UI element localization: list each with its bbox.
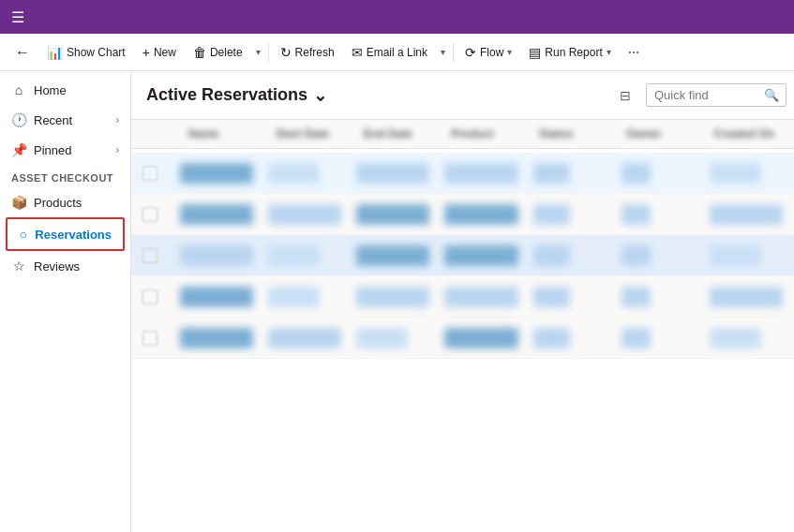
show-chart-button[interactable]: 📊 Show Chart bbox=[39, 41, 133, 64]
td-owner bbox=[614, 280, 702, 313]
td-name bbox=[172, 321, 261, 354]
td-cb bbox=[135, 198, 172, 230]
sidebar-item-home-label: Home bbox=[34, 83, 67, 97]
flow-label: Flow bbox=[480, 46, 503, 59]
td-product bbox=[437, 156, 525, 189]
new-icon: + bbox=[142, 45, 150, 60]
td-name bbox=[172, 239, 261, 272]
table-row[interactable] bbox=[131, 276, 794, 318]
email-chevron-icon: ▾ bbox=[441, 47, 445, 57]
main-layout: ⌂ Home 🕐 Recent › 📌 Pinned › Asset Check… bbox=[0, 71, 794, 532]
more-commands-button[interactable]: ⋯ bbox=[621, 42, 647, 63]
col-header-product: Product bbox=[440, 120, 527, 148]
back-button[interactable]: ← bbox=[7, 40, 37, 65]
search-button[interactable]: 🔍 bbox=[764, 88, 779, 102]
td-cb bbox=[135, 239, 172, 272]
table-row[interactable] bbox=[131, 194, 794, 235]
reservations-icon: ○ bbox=[19, 227, 27, 242]
view-header: Active Reservations ⌄ ⊟ 🔍 bbox=[131, 71, 794, 120]
email-link-button[interactable]: ✉ Email a Link bbox=[344, 41, 435, 64]
view-title-chevron-icon[interactable]: ⌄ bbox=[313, 85, 327, 106]
sidebar-item-reservations-label: Reservations bbox=[35, 228, 112, 242]
td-product bbox=[437, 198, 525, 230]
new-button[interactable]: + New bbox=[135, 41, 184, 64]
col-header-end: End Date bbox=[352, 120, 440, 148]
td-end bbox=[349, 280, 437, 313]
td-created bbox=[702, 156, 790, 189]
separator-1 bbox=[268, 43, 269, 62]
pinned-chevron-icon: › bbox=[116, 145, 119, 155]
td-start bbox=[261, 239, 349, 272]
new-label: New bbox=[154, 46, 176, 59]
col-header-status: Status bbox=[528, 120, 615, 148]
td-name bbox=[172, 198, 261, 230]
show-chart-icon: 📊 bbox=[47, 45, 63, 60]
td-start bbox=[261, 156, 349, 189]
flow-chevron-icon: ▾ bbox=[507, 47, 512, 57]
td-product bbox=[437, 280, 525, 313]
recent-icon: 🕐 bbox=[11, 112, 26, 127]
refresh-icon: ↻ bbox=[280, 45, 292, 60]
flow-button[interactable]: ⟳ Flow ▾ bbox=[457, 41, 519, 64]
filter-button[interactable]: ⊟ bbox=[612, 84, 638, 107]
grid-area: Name Start Date End Date Product Status … bbox=[131, 120, 794, 532]
col-header-start: Start Date bbox=[264, 120, 352, 148]
table-row[interactable] bbox=[131, 153, 794, 194]
td-owner bbox=[614, 239, 702, 272]
td-status bbox=[526, 280, 614, 313]
td-start bbox=[261, 280, 349, 313]
delete-chevron-button[interactable]: ▾ bbox=[252, 43, 264, 61]
td-created bbox=[702, 321, 790, 354]
td-start bbox=[261, 198, 349, 230]
run-report-button[interactable]: ▤ Run Report ▾ bbox=[521, 41, 618, 64]
reservations-highlight: ○ Reservations bbox=[6, 217, 125, 251]
table-header-row: Name Start Date End Date Product Status … bbox=[131, 120, 794, 149]
td-status bbox=[526, 156, 614, 189]
col-header-owner: Owner bbox=[615, 120, 702, 148]
col-header-created: Created On bbox=[703, 120, 790, 148]
run-report-icon: ▤ bbox=[529, 45, 541, 60]
delete-button[interactable]: 🗑 Delete bbox=[186, 41, 250, 64]
td-product bbox=[437, 321, 525, 354]
section-label: Asset Checkout bbox=[0, 165, 130, 187]
table-rows bbox=[131, 149, 794, 362]
table-row[interactable] bbox=[131, 235, 794, 276]
sidebar-item-recent[interactable]: 🕐 Recent › bbox=[0, 105, 130, 135]
top-bar: ☰ bbox=[0, 0, 794, 34]
sidebar-item-pinned[interactable]: 📌 Pinned › bbox=[0, 135, 130, 165]
td-cb bbox=[135, 156, 172, 189]
products-icon: 📦 bbox=[11, 195, 26, 210]
sidebar-item-reviews-label: Reviews bbox=[34, 259, 80, 273]
pinned-icon: 📌 bbox=[11, 142, 26, 157]
reviews-icon: ☆ bbox=[11, 259, 26, 273]
td-end bbox=[349, 239, 437, 272]
table-row[interactable] bbox=[131, 318, 794, 359]
sidebar-item-recent-label: Recent bbox=[34, 113, 72, 127]
home-icon: ⌂ bbox=[11, 82, 26, 97]
delete-label: Delete bbox=[210, 46, 243, 59]
run-report-chevron-icon: ▾ bbox=[607, 47, 611, 57]
sidebar-item-products[interactable]: 📦 Products bbox=[0, 187, 130, 217]
td-cb bbox=[135, 280, 172, 313]
td-product bbox=[437, 239, 525, 272]
delete-icon: 🗑 bbox=[193, 45, 206, 60]
content-area: Active Reservations ⌄ ⊟ 🔍 Name Start Dat… bbox=[131, 71, 794, 532]
command-bar: ← 📊 Show Chart + New 🗑 Delete ▾ ↻ Refres… bbox=[0, 34, 794, 71]
td-end bbox=[349, 321, 437, 354]
td-start bbox=[261, 321, 349, 354]
more-commands-icon: ⋯ bbox=[628, 46, 639, 59]
td-created bbox=[702, 280, 790, 313]
sidebar-item-reservations[interactable]: ○ Reservations bbox=[7, 219, 123, 249]
refresh-button[interactable]: ↻ Refresh bbox=[273, 41, 342, 64]
td-created bbox=[702, 239, 790, 272]
td-status bbox=[526, 321, 614, 354]
email-chevron-button[interactable]: ▾ bbox=[437, 43, 449, 61]
sidebar-item-reviews[interactable]: ☆ Reviews bbox=[0, 251, 130, 281]
td-end bbox=[349, 156, 437, 189]
hamburger-icon[interactable]: ☰ bbox=[7, 5, 28, 30]
td-owner bbox=[614, 198, 702, 230]
sidebar-item-home[interactable]: ⌂ Home bbox=[0, 75, 130, 105]
delete-chevron-icon: ▾ bbox=[256, 47, 261, 57]
sidebar: ⌂ Home 🕐 Recent › 📌 Pinned › Asset Check… bbox=[0, 71, 131, 532]
td-owner bbox=[614, 321, 702, 354]
